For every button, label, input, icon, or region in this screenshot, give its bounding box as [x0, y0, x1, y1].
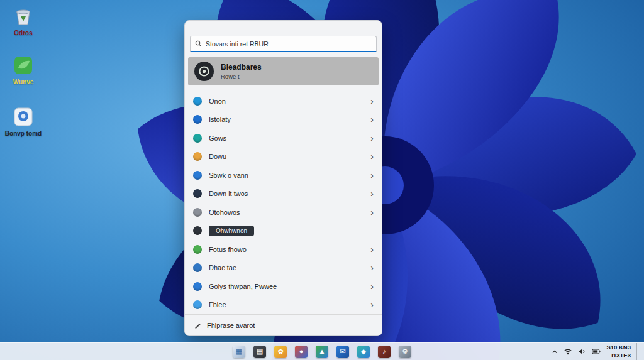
result-label: Ohwhwnon	[209, 226, 254, 236]
search-result-item[interactable]: Gows›	[185, 129, 382, 148]
top-result-app-icon	[194, 61, 214, 82]
settings-icon[interactable]: ⚙	[399, 346, 411, 358]
result-app-icon	[193, 282, 202, 291]
tray-chevron-up-icon[interactable]	[552, 349, 558, 355]
desktop-icon-label: Odros	[14, 30, 32, 37]
search-result-item[interactable]: Golys thwpan, Pwwee›	[185, 277, 382, 296]
chevron-right-icon: ›	[370, 134, 374, 143]
result-label: Otohowos	[209, 209, 240, 216]
search-result-list: Onon›Istolaty›Gows›Dowu›Sbwk o vann›Down…	[185, 92, 382, 314]
result-label: Fotus fhowo	[209, 246, 247, 253]
result-label: Dhac tae	[209, 264, 236, 271]
recycle-bin-icon	[12, 5, 35, 28]
chevron-right-icon: ›	[370, 152, 374, 161]
result-app-icon	[193, 152, 202, 161]
search-panel: Bleadbares Rowe t Onon›Istolaty›Gows›Dow…	[184, 20, 382, 336]
search-result-item[interactable]: Ohwhwnon	[185, 222, 382, 241]
taskbar-app-icons: ▦▤✿●▲✉◆♪⚙	[233, 343, 411, 360]
search-footer-item[interactable]: Fhiprase avarot	[185, 314, 382, 336]
browser-icon[interactable]: ●	[295, 346, 308, 358]
clock[interactable]: S10 KN3 I13TE3	[606, 344, 631, 359]
green-app-icon	[12, 54, 35, 77]
chevron-right-icon: ›	[370, 189, 374, 198]
widgets-icon[interactable]: ▦	[233, 346, 245, 358]
photos-icon[interactable]: ✿	[274, 346, 287, 358]
search-result-item[interactable]: Dhac tae›	[185, 259, 382, 278]
show-desktop-button[interactable]	[636, 343, 639, 360]
search-result-item[interactable]: Otohowos›	[185, 203, 382, 222]
pen-icon	[194, 322, 201, 329]
media-icon[interactable]: ♪	[378, 346, 391, 358]
result-label: Onon	[209, 97, 226, 105]
clock-date: I13TE3	[606, 352, 631, 359]
search-icon	[195, 40, 202, 47]
top-result-subtitle: Rowe t	[221, 73, 262, 80]
chevron-right-icon: ›	[370, 208, 374, 217]
blue-app-icon	[12, 106, 35, 128]
result-label: Sbwk o vann	[209, 172, 248, 179]
result-app-icon	[193, 189, 202, 198]
chevron-right-icon: ›	[370, 300, 374, 309]
store-icon[interactable]: ▲	[316, 346, 328, 358]
teams-icon[interactable]: ◆	[357, 346, 370, 358]
search-result-item[interactable]: Onon›	[185, 92, 382, 111]
mail-icon[interactable]: ✉	[336, 346, 349, 358]
desktop-icon-app-green[interactable]: Wunve	[3, 54, 44, 86]
result-label: Istolaty	[209, 116, 231, 123]
result-app-icon	[193, 300, 202, 309]
result-label: Dowu	[209, 153, 226, 160]
search-box[interactable]	[190, 36, 377, 52]
chevron-right-icon: ›	[370, 97, 374, 106]
chevron-right-icon: ›	[370, 171, 374, 180]
chevron-right-icon: ›	[370, 282, 374, 291]
clock-time: S10 KN3	[606, 344, 631, 351]
network-icon[interactable]	[564, 348, 572, 355]
result-app-icon	[193, 97, 202, 106]
result-label: Fbiee	[209, 301, 226, 308]
result-app-icon	[193, 208, 202, 217]
search-result-item[interactable]: Istolaty›	[185, 111, 382, 129]
taskbar: ▦▤✿●▲✉◆♪⚙	[0, 342, 644, 360]
search-footer-label: Fhiprase avarot	[207, 322, 255, 329]
search-result-item[interactable]: Fbiee›	[185, 296, 382, 315]
chevron-right-icon: ›	[370, 115, 374, 124]
search-input[interactable]	[206, 40, 372, 48]
result-label: Golys thwpan, Pwwee	[209, 283, 277, 290]
top-result[interactable]: Bleadbares Rowe t	[188, 57, 379, 85]
result-app-icon	[193, 134, 202, 143]
result-app-icon	[193, 171, 202, 180]
result-label: Gows	[209, 134, 226, 142]
chevron-right-icon: ›	[370, 245, 374, 254]
system-tray: S10 KN3 I13TE3	[552, 343, 639, 360]
file-explorer-icon[interactable]: ▤	[253, 346, 266, 358]
battery-icon[interactable]	[592, 349, 601, 354]
result-app-icon	[193, 245, 202, 254]
volume-icon[interactable]	[578, 348, 586, 355]
search-result-item[interactable]: Fotus fhowo›	[185, 240, 382, 259]
desktop-icon-label: Bonvp tomd	[5, 130, 42, 138]
top-result-title: Bleadbares	[221, 63, 262, 72]
result-app-icon	[193, 263, 202, 272]
search-result-item[interactable]: Dowu›	[185, 148, 382, 166]
search-result-item[interactable]: Sbwk o vann›	[185, 166, 382, 185]
result-label: Down it twos	[209, 190, 248, 197]
result-app-icon	[193, 115, 202, 124]
chevron-right-icon: ›	[370, 263, 374, 272]
desktop-icon-recycle-bin[interactable]: Odros	[3, 5, 44, 37]
search-result-item[interactable]: Down it twos›	[185, 185, 382, 204]
desktop-icon-app-blue[interactable]: Bonvp tomd	[3, 106, 44, 138]
desktop-icon-label: Wunve	[13, 79, 34, 86]
result-app-icon	[193, 226, 202, 235]
